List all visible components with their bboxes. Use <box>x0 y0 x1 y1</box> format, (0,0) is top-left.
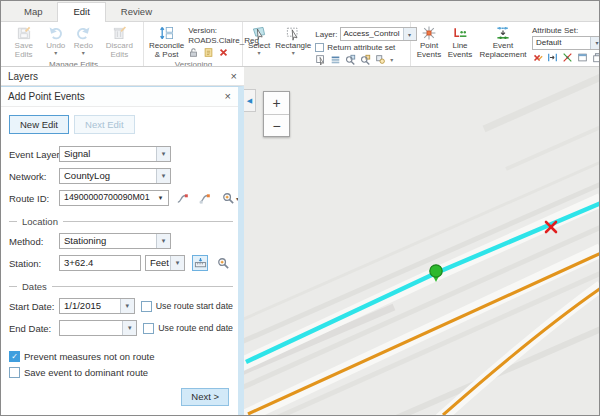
pick-route-icon[interactable] <box>175 190 191 206</box>
split-event-icon[interactable] <box>562 52 573 63</box>
zoom-to-route-icon[interactable]: ▾ <box>219 190 238 206</box>
copy-events-icon[interactable] <box>592 52 599 63</box>
event-layer-select[interactable]: Signal ▾ <box>59 146 171 162</box>
unlock-version-icon[interactable] <box>188 47 199 58</box>
chevron-down-icon[interactable]: ▾ <box>154 191 168 205</box>
start-date-input[interactable]: 1/1/2015 ▾ <box>59 298 135 314</box>
reconcile-post-button[interactable]: Reconcile & Post <box>147 24 186 59</box>
use-route-end-date-label: Use route end date <box>158 323 233 333</box>
save-edits-button[interactable]: Save Edits <box>6 24 41 59</box>
save-edits-icon <box>16 25 32 41</box>
undo-dropdown-caret[interactable]: ▾ <box>54 50 57 56</box>
tab-edit[interactable]: Edit <box>57 2 105 22</box>
tab-map[interactable]: Map <box>9 3 57 21</box>
offset-event-icon[interactable] <box>547 52 558 63</box>
main-area: Layers × Add Point Events × New Edit Nex… <box>1 67 599 415</box>
layer-select[interactable]: Access_Control ▾ <box>340 27 417 41</box>
tab-review[interactable]: Review <box>106 3 167 21</box>
rectangle-dropdown-caret[interactable]: ▾ <box>292 50 295 56</box>
ribbon-group-versioning: Reconcile & Post Version: ROADS.Claire_R… <box>144 22 243 66</box>
selection-tools-caret[interactable]: ▾ <box>390 57 393 63</box>
select-by-polygon-icon[interactable] <box>315 54 326 65</box>
pan-to-selection-icon[interactable] <box>360 54 371 65</box>
attribute-set-select[interactable]: Default ▾ <box>532 36 599 50</box>
use-route-start-date-label: Use route start date <box>156 301 233 311</box>
select-dropdown-caret[interactable]: ▾ <box>258 50 261 56</box>
chevron-down-icon[interactable]: ▾ <box>156 147 170 161</box>
add-point-events-title: Add Point Events <box>8 91 85 102</box>
collapse-left-icon: ◀ <box>247 97 252 105</box>
select-button[interactable]: Select ▾ <box>246 24 272 65</box>
discard-edits-icon <box>111 25 127 41</box>
chevron-down-icon[interactable]: ▾ <box>122 321 136 335</box>
zoom-out-button[interactable]: − <box>264 114 289 136</box>
station-zoom-icon[interactable] <box>215 255 231 271</box>
layer-caption: Layer: <box>315 30 337 39</box>
station-input[interactable]: 3+62.4 <box>59 255 141 271</box>
close-icon[interactable]: × <box>225 91 231 102</box>
add-point-events-panel: Add Point Events × New Edit Next Edit Ev… <box>1 86 244 415</box>
station-unit-select[interactable]: Feet ▾ <box>145 255 185 271</box>
edit-events-column: Attribute Set: Default ▾ <box>531 24 599 63</box>
next-edit-button[interactable]: Next Edit <box>74 115 135 134</box>
undo-button[interactable]: Undo ▾ <box>42 24 69 59</box>
remove-event-icon[interactable] <box>532 52 543 63</box>
method-value: Stationing <box>60 234 156 248</box>
route-id-value: 14900000700090M01 <box>60 191 154 205</box>
discard-edits-button[interactable]: Discard Edits <box>98 24 141 59</box>
collapse-panel-button[interactable]: ◀ <box>244 89 256 112</box>
route-id-combobox[interactable]: 14900000700090M01 ▾ <box>59 190 169 206</box>
event-replacement-button[interactable]: Event Replacement <box>476 24 530 63</box>
return-attribute-set-checkbox[interactable] <box>315 43 324 52</box>
reconcile-post-icon <box>159 25 175 41</box>
map-canvas <box>244 67 599 415</box>
redo-button[interactable]: Redo ▾ <box>70 24 97 59</box>
new-version-icon[interactable] <box>203 47 214 58</box>
zoom-route-caret[interactable]: ▾ <box>236 195 238 202</box>
chevron-down-icon[interactable]: ▾ <box>120 299 134 313</box>
chevron-down-icon[interactable]: ▾ <box>156 234 170 248</box>
chevron-down-icon[interactable]: ▾ <box>156 169 170 183</box>
close-icon[interactable]: × <box>231 71 237 82</box>
selection-column: Layer: Access_Control ▾ Return attribute… <box>314 24 417 65</box>
location-section-label: Location <box>9 216 233 227</box>
station-picker-icon[interactable] <box>192 255 208 271</box>
use-route-end-date-checkbox[interactable] <box>143 323 154 334</box>
method-label: Method: <box>9 236 59 247</box>
chevron-down-icon[interactable]: ▾ <box>590 37 599 49</box>
delete-version-icon[interactable] <box>218 47 229 58</box>
chevron-down-icon[interactable]: ▾ <box>170 256 184 270</box>
layer-value: Access_Control <box>341 28 403 40</box>
group-label-manage-edits: Manage Edits <box>6 59 141 67</box>
next-button[interactable]: Next > <box>181 388 229 406</box>
left-panel-stack: Layers × Add Point Events × New Edit Nex… <box>1 67 244 415</box>
end-date-value <box>60 321 122 335</box>
undo-icon <box>48 25 64 41</box>
line-events-button[interactable]: Line Events <box>445 24 475 63</box>
clear-selection-icon[interactable] <box>375 54 386 65</box>
layers-panel-header: Layers × <box>1 67 244 86</box>
prevent-measures-checkbox[interactable]: ✓ <box>9 351 20 362</box>
map-imagery-streaks <box>244 77 599 415</box>
attribute-set-value: Default <box>533 37 590 49</box>
event-attributes-icon[interactable] <box>577 52 588 63</box>
method-select[interactable]: Stationing ▾ <box>59 233 171 249</box>
selection-attributes-icon[interactable] <box>330 54 341 65</box>
station-value: 3+62.4 <box>60 256 140 270</box>
map-view[interactable]: ◀ + − <box>244 67 599 415</box>
network-select[interactable]: CountyLog ▾ <box>59 168 171 184</box>
pick-route-alt-icon[interactable] <box>197 190 213 206</box>
rectangle-select-button[interactable]: Rectangle ▾ <box>273 24 313 65</box>
point-events-button[interactable]: Point Events <box>414 24 444 63</box>
new-edit-button[interactable]: New Edit <box>9 115 69 134</box>
route-id-label: Route ID: <box>9 193 59 204</box>
network-label: Network: <box>9 171 59 182</box>
layers-panel-title: Layers <box>8 71 38 82</box>
redo-dropdown-caret[interactable]: ▾ <box>82 50 85 56</box>
zoom-in-button[interactable]: + <box>264 92 289 114</box>
end-date-input[interactable]: ▾ <box>59 320 137 336</box>
use-route-start-date-checkbox[interactable] <box>141 301 152 312</box>
zoom-to-selection-icon[interactable] <box>345 54 356 65</box>
save-to-dominant-checkbox[interactable] <box>9 367 20 378</box>
event-layer-value: Signal <box>60 147 156 161</box>
